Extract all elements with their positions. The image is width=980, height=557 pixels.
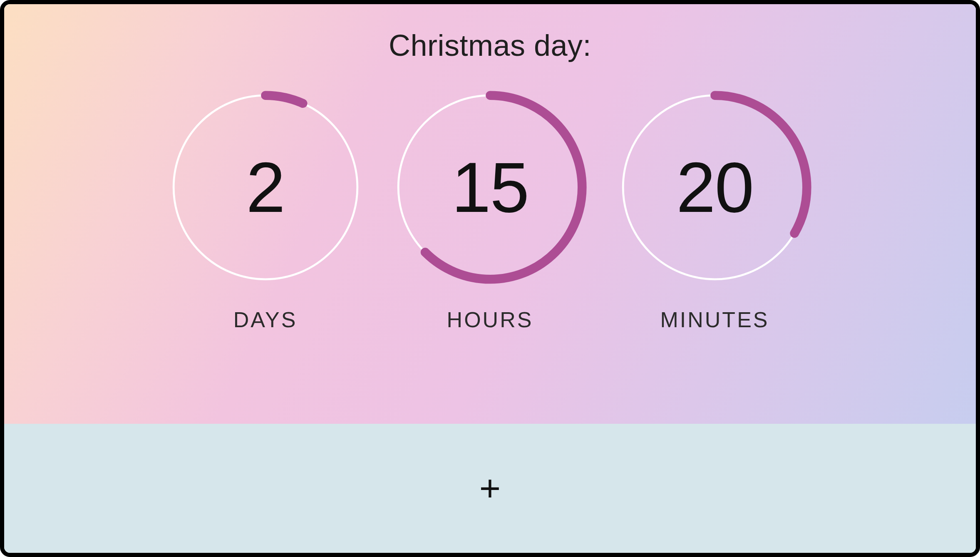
days-progress-ring: 2 bbox=[166, 87, 365, 287]
days-value: 2 bbox=[166, 87, 365, 287]
add-countdown-button[interactable]: + bbox=[4, 424, 976, 553]
countdown-title: Christmas day: bbox=[389, 28, 591, 62]
plus-icon: + bbox=[479, 470, 501, 507]
minutes-block: 20 MINUTES bbox=[615, 87, 815, 332]
minutes-label: MINUTES bbox=[660, 307, 769, 332]
app-frame: Christmas day: 2 DAYS bbox=[0, 0, 980, 557]
hours-label: HOURS bbox=[447, 307, 533, 332]
hours-progress-ring: 15 bbox=[390, 87, 590, 287]
days-label: DAYS bbox=[233, 307, 298, 332]
countdown-rings-row: 2 DAYS 15 HOURS bbox=[166, 87, 815, 332]
hours-block: 15 HOURS bbox=[390, 87, 590, 332]
countdown-panel: Christmas day: 2 DAYS bbox=[4, 4, 976, 424]
minutes-value: 20 bbox=[615, 87, 815, 287]
minutes-progress-ring: 20 bbox=[615, 87, 815, 287]
hours-value: 15 bbox=[390, 87, 590, 287]
days-block: 2 DAYS bbox=[166, 87, 365, 332]
